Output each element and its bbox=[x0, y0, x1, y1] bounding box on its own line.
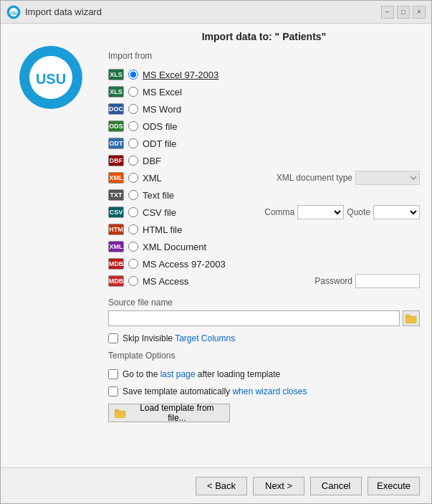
template-option2-checkbox[interactable] bbox=[108, 386, 118, 396]
option-ms-excel-97: XLS MS Excel 97-2003 bbox=[108, 67, 420, 82]
svg-text:USU: USU bbox=[36, 71, 66, 87]
radio-csv[interactable] bbox=[128, 207, 138, 217]
label-csv: CSV file bbox=[143, 207, 176, 218]
option-html: HTM HTML file bbox=[108, 222, 420, 237]
option-xml: XML XML XML document type bbox=[108, 170, 420, 186]
html-icon: HTM bbox=[108, 224, 124, 235]
svg-rect-8 bbox=[115, 411, 125, 418]
execute-button[interactable]: Execute bbox=[368, 477, 420, 495]
doc-icon: DOC bbox=[108, 103, 124, 115]
txt-icon: TXT bbox=[108, 189, 124, 201]
dbf-icon: DBF bbox=[108, 155, 124, 166]
radio-ms-excel[interactable] bbox=[128, 87, 138, 97]
label-text: Text file bbox=[143, 190, 174, 201]
xls-icon: XLS bbox=[108, 69, 124, 80]
svg-rect-7 bbox=[405, 315, 410, 317]
xlsx-icon: XLS bbox=[108, 86, 124, 98]
option-ms-word: DOC MS Word bbox=[108, 101, 420, 117]
comma-label: Comma bbox=[264, 207, 294, 217]
password-label: Password bbox=[315, 276, 352, 286]
template-option1-checkbox[interactable] bbox=[108, 369, 118, 379]
logo-panel: USU bbox=[1, 24, 101, 467]
radio-ms-access-97[interactable] bbox=[128, 259, 138, 269]
label-ms-excel-97: MS Excel 97-2003 bbox=[143, 70, 219, 80]
comma-select[interactable] bbox=[297, 205, 344, 219]
xmldoc-icon: XML bbox=[108, 241, 124, 252]
odt-icon: ODT bbox=[108, 138, 124, 149]
skip-invisible-row: Skip Invisible Target Columns bbox=[108, 333, 420, 343]
radio-ms-word[interactable] bbox=[128, 104, 138, 114]
radio-html[interactable] bbox=[128, 224, 138, 234]
cancel-button[interactable]: Cancel bbox=[310, 477, 362, 495]
browse-button[interactable] bbox=[403, 310, 420, 326]
ods-icon: ODS bbox=[108, 120, 124, 132]
option-xml-doc: XML XML Document bbox=[108, 239, 420, 255]
titlebar: USU Import data wizard − □ × bbox=[1, 1, 431, 24]
load-folder-icon bbox=[115, 408, 126, 418]
label-ms-access-97: MS Access 97-2003 bbox=[143, 259, 226, 270]
radio-text[interactable] bbox=[128, 190, 138, 200]
svg-rect-9 bbox=[115, 409, 119, 412]
svg-rect-6 bbox=[405, 316, 416, 323]
import-options: XLS MS Excel 97-2003 XLS MS Excel bbox=[108, 67, 420, 289]
radio-xml-doc[interactable] bbox=[128, 242, 138, 252]
skip-invisible-checkbox[interactable] bbox=[108, 333, 118, 343]
right-panel: Import data to: " Patients" Import from … bbox=[101, 24, 431, 467]
xml-type-select[interactable] bbox=[355, 171, 420, 185]
label-odt: ODT file bbox=[143, 138, 176, 149]
password-input[interactable] bbox=[355, 274, 420, 288]
quote-select[interactable] bbox=[373, 205, 420, 219]
load-template-button[interactable]: Load template from file... bbox=[108, 404, 230, 422]
label-ms-excel: MS Excel bbox=[143, 87, 182, 98]
option-ods: ODS ODS file bbox=[108, 118, 420, 134]
option-text: TXT Text file bbox=[108, 187, 420, 203]
dialog-title: Import data to: " Patients" bbox=[108, 31, 420, 42]
load-template-label: Load template from file... bbox=[130, 403, 224, 423]
main-window: USU Import data wizard − □ × USU Import … bbox=[0, 0, 432, 504]
back-button[interactable]: < Back bbox=[196, 477, 247, 495]
option-ms-excel: XLS MS Excel bbox=[108, 84, 420, 100]
label-html: HTML file bbox=[143, 224, 182, 235]
label-xml: XML bbox=[143, 173, 162, 184]
template-option2-label: Save template automatically when wizard … bbox=[123, 386, 307, 396]
source-section: Source file name bbox=[108, 298, 420, 326]
minimize-button[interactable]: − bbox=[381, 6, 394, 19]
accdb-icon: MDB bbox=[108, 275, 124, 287]
label-xml-doc: XML Document bbox=[143, 242, 206, 252]
source-row bbox=[108, 310, 420, 326]
radio-dbf[interactable] bbox=[128, 156, 138, 166]
close-button[interactable]: × bbox=[413, 6, 426, 19]
option-odt: ODT ODT file bbox=[108, 135, 420, 151]
folder-icon bbox=[405, 313, 417, 323]
option-ms-access-97: MDB MS Access 97-2003 bbox=[108, 256, 420, 272]
radio-odt[interactable] bbox=[128, 138, 138, 148]
label-ms-access: MS Access bbox=[143, 276, 188, 287]
radio-ods[interactable] bbox=[128, 121, 138, 131]
option-dbf: DBF DBF bbox=[108, 153, 420, 168]
template-section-label: Template Options bbox=[108, 351, 420, 361]
template-option1-label: Go to the last page after loading templa… bbox=[123, 369, 280, 379]
template-option2-row: Save template automatically when wizard … bbox=[108, 386, 420, 396]
maximize-button[interactable]: □ bbox=[397, 6, 410, 19]
radio-ms-excel-97[interactable] bbox=[128, 70, 138, 80]
label-ms-word: MS Word bbox=[143, 104, 181, 115]
mdb-icon: MDB bbox=[108, 258, 124, 270]
skip-invisible-label: Skip Invisible Target Columns bbox=[123, 333, 235, 343]
source-file-label: Source file name bbox=[108, 298, 420, 308]
svg-text:USU: USU bbox=[9, 11, 19, 16]
template-section: Template Options Go to the last page aft… bbox=[108, 351, 420, 422]
footer: < Back Next > Cancel Execute bbox=[1, 467, 431, 503]
usu-logo: USU bbox=[19, 45, 83, 110]
content-area: USU Import data to: " Patients" Import f… bbox=[1, 24, 431, 467]
option-ms-access: MDB MS Access Password bbox=[108, 273, 420, 289]
option-csv: CSV CSV file Comma Quote bbox=[108, 204, 420, 220]
radio-ms-access[interactable] bbox=[128, 276, 138, 286]
next-button[interactable]: Next > bbox=[253, 477, 304, 495]
app-logo: USU bbox=[6, 5, 21, 19]
radio-xml[interactable] bbox=[128, 173, 138, 183]
quote-label: Quote bbox=[347, 207, 370, 217]
source-file-input[interactable] bbox=[108, 310, 400, 326]
label-dbf: DBF bbox=[143, 156, 161, 166]
csv-icon: CSV bbox=[108, 206, 124, 218]
xml-type-label: XML document type bbox=[277, 173, 352, 183]
